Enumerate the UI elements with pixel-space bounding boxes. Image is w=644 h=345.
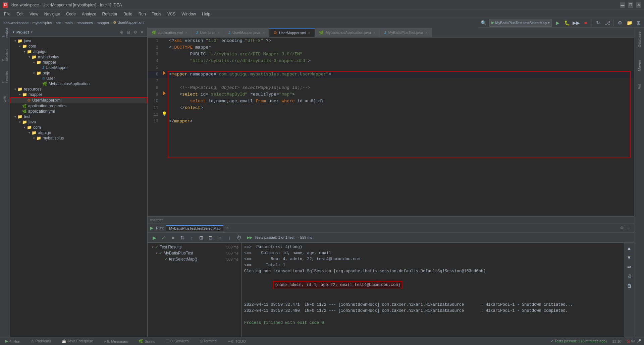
code-editor[interactable]: 1 <?xml version="1.0" encoding="UTF-8" ?… [148,38,634,216]
status-tab-problems[interactable]: ⚠ Problems [28,338,54,344]
test-results-item[interactable]: ▾ ✓ Test Results 559 ms [149,244,240,250]
menu-window[interactable]: Window [179,11,199,17]
debug-button[interactable]: 🐛 [563,19,571,27]
tab-close-usermapper-xml[interactable]: ✕ [308,31,311,35]
scroll-down-button[interactable]: ▼ [625,253,633,262]
test-method-item[interactable]: ✓ testSelectMap() 559 ms [149,256,240,262]
next-fail-button[interactable]: ↓ [225,234,233,242]
status-tab-java-enterprise[interactable]: ☕ Java Enterprise [59,338,96,344]
sidebar-structure-icon[interactable]: Z: Structure [1,51,9,59]
menu-tools[interactable]: Tools [149,11,164,17]
tab-user-java[interactable]: J User.java ✕ [192,28,224,37]
menu-view[interactable]: View [27,11,41,17]
close-panel-button[interactable]: ✕ [139,30,145,35]
tree-item-test[interactable]: ▾ 📁 test [10,114,147,119]
update-button[interactable]: ↻ [594,19,602,27]
run-tab-test[interactable]: MyBatisPlusTest.testSelectMap [166,225,223,231]
tree-item-usermapper-java[interactable]: J UserMapper [10,65,147,70]
tree-item-pojo[interactable]: ▾ 📁 pojo [10,70,147,76]
right-panel-maven[interactable]: Maven [636,57,643,74]
run-panel-settings[interactable]: ⚙ [619,225,625,231]
search-everywhere-button[interactable]: 🔍 [480,19,488,27]
sort2-button[interactable]: ↕ [188,234,196,242]
tab-close-test[interactable]: ✕ [425,31,428,35]
tree-item-usermapper-xml[interactable]: ⚙ UserMapper.xml [10,97,147,103]
run-tab-close[interactable]: ✕ [226,226,229,230]
tab-application-yml[interactable]: 🌿 application.yml ✕ [148,28,192,37]
title-controls[interactable]: — ❐ ✕ [620,2,641,8]
menu-analyze[interactable]: Analyze [79,11,99,17]
rerun-failed-button[interactable]: ✓ [160,234,168,242]
tab-mybatisplus-test[interactable]: J MyBatisPlusTest.java ✕ [380,28,432,37]
status-tab-spring[interactable]: 🌿 Spring [136,338,158,344]
settings-button[interactable]: ⚙ [616,19,624,27]
tree-item-mybatisplus[interactable]: ▾ 📁 mybatisplus [10,54,147,60]
menu-navigate[interactable]: Navigate [42,11,63,17]
menu-help[interactable]: Help [199,11,213,17]
breadcrumb-file[interactable]: ⚙ UserMapper.xml [113,20,144,25]
tree-item-com[interactable]: ▾ 📁 com [10,44,147,49]
soft-wrap-button[interactable]: ⇌ [625,263,633,271]
menu-run[interactable]: Run [136,11,149,17]
sidebar-project-icon[interactable]: 1: Project [1,29,9,37]
status-tab-todo[interactable]: ≡ 6: TODO [225,339,249,344]
prev-fail-button[interactable]: ↑ [216,234,224,242]
tree-item-mybatisplus-app[interactable]: 🌿 MybatisplusApplication [10,81,147,87]
tab-close-user[interactable]: ✕ [217,31,220,35]
terminal-button[interactable]: ⊞ [635,19,643,27]
right-panel-database[interactable]: Database [636,29,643,50]
stop-button[interactable]: ■ [582,19,590,27]
tree-item-test-java[interactable]: ▾ 📁 java [10,119,147,125]
tab-close-usermapper-java[interactable]: ✕ [262,31,265,35]
tab-close-yml[interactable]: ✕ [185,31,187,35]
run-button[interactable]: ▶ [553,19,561,27]
tab-usermapper-java[interactable]: J UserMapper.java ✕ [224,28,269,37]
rerun-button[interactable]: ▶ [150,234,158,242]
minimize-button[interactable]: — [620,2,625,8]
expand-button[interactable]: ⊞ [197,234,205,242]
tree-item-mapper-pkg[interactable]: ▾ 📁 mapper [10,60,147,65]
tree-item-test-com[interactable]: ▾ 📁 com [10,125,147,130]
tab-mybatisplus-app[interactable]: 🌿 MybatisplusApplication.java ✕ [315,28,380,37]
tab-usermapper-xml[interactable]: ⚙ UserMapper.xml ✕ [269,28,315,37]
git-button[interactable]: ⎇ [603,19,611,27]
status-tab-run[interactable]: ▶ 4: Run [3,338,23,344]
locate-file-button[interactable]: ⊕ [119,30,124,35]
menu-edit[interactable]: Edit [14,11,26,17]
run-with-coverage-button[interactable]: ▶▶ [572,19,580,27]
status-tab-terminal[interactable]: ⊞ Terminal [197,338,220,344]
tree-item-mapper-folder[interactable]: ▾ 📁 mapper [10,92,147,97]
tree-item-resources[interactable]: ▾ 📁 resources [10,87,147,92]
test-class-item[interactable]: ▾ ✓ MyBatisPlusTest 559 ms [149,250,240,256]
tree-item-app-yml[interactable]: 🌿 application.yml [10,109,147,114]
collapse-run-button[interactable]: ⊟ [207,234,215,242]
explorer-button[interactable]: 📁 [625,19,633,27]
tree-item-atguigu[interactable]: ▾ 📁 atguigu [10,49,147,54]
tree-item-user-class[interactable]: © User [10,76,147,81]
tree-item-java[interactable]: ▾ 📁 java [10,38,147,44]
breadcrumb-workspace[interactable]: idea-workspace [3,21,29,25]
project-settings-button[interactable]: ⚙ [132,30,138,35]
menu-vcs[interactable]: VCS [165,11,178,17]
status-tab-messages[interactable]: ≡ 0: Messages [101,339,130,344]
print-button[interactable]: 🖨 [625,272,633,280]
right-panel-ant[interactable]: Ant [636,81,643,92]
sidebar-web-icon[interactable]: Web [1,95,9,103]
run-config-selector[interactable]: ▶ MyBatisPlusTest.testSelectMap ▾ [489,19,552,27]
tree-item-test-atguigu[interactable]: ▾ 📁 atguigu [10,130,147,135]
menu-build[interactable]: Build [121,11,135,17]
stop-run-button[interactable]: ■ [169,234,177,242]
menu-file[interactable]: File [1,11,13,17]
tab-close-app[interactable]: ✕ [373,31,376,35]
sort-button[interactable]: ⇅ [178,234,186,242]
collapse-all-button[interactable]: ⊟ [126,30,131,35]
scroll-up-button[interactable]: ▲ [625,244,633,252]
breadcrumb-module[interactable]: mybatisplus [33,21,52,25]
status-tab-services[interactable]: ☰ 8: Services [163,338,191,344]
menu-code[interactable]: Code [63,11,78,17]
tree-item-test-mybatisplus[interactable]: ▾ 📁 mybatisplus [10,135,147,141]
tree-item-app-properties[interactable]: 🌿 application.properties [10,103,147,109]
close-button[interactable]: ✕ [636,2,641,8]
menu-refactor[interactable]: Refactor [100,11,120,17]
clear-output-button[interactable]: 🗑 [625,282,633,290]
